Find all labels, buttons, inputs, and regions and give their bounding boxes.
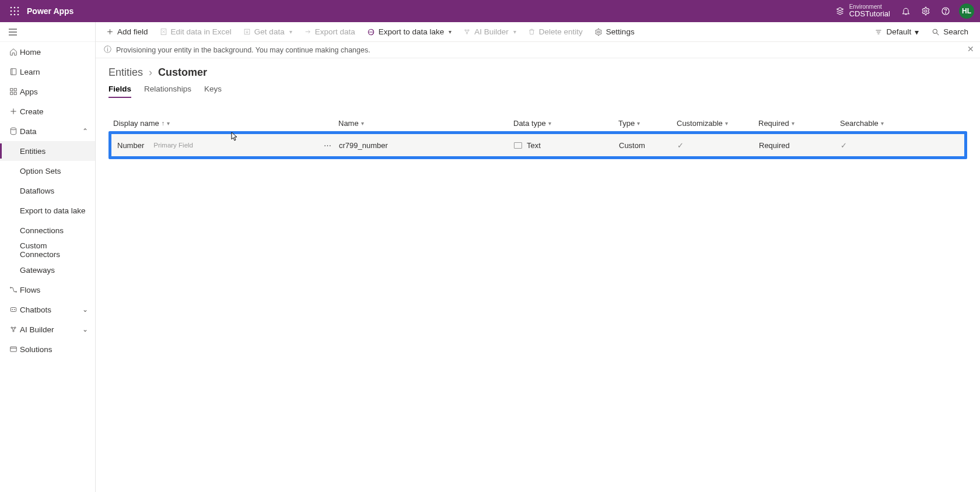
svg-point-41 [467,33,468,34]
cmd-export-lake[interactable]: Export to data lake ▾ [362,22,457,41]
search-label: Search [943,27,968,36]
cmd-add-field[interactable]: Add field [102,22,153,41]
nav-connections[interactable]: Connections [0,220,95,240]
chevron-down-icon: ▾ [361,120,364,126]
ai-icon [463,28,471,36]
breadcrumb-separator: › [149,66,152,79]
command-bar: Add field Edit data in Excel Get data ▾ … [96,22,980,42]
nav-collapse-icon[interactable] [0,22,95,42]
nav-solutions[interactable]: Solutions [0,339,95,359]
solutions-icon [7,345,20,353]
app-header: Power Apps Environment CDSTutorial HL [0,0,980,22]
row-name: cr799_number [339,141,388,150]
plus-icon [106,28,114,36]
cmd-label: AI Builder [474,27,509,36]
settings-icon[interactable] [916,0,936,22]
nav-apps[interactable]: Apps [0,82,95,101]
svg-rect-15 [10,69,16,75]
nav-gateways[interactable]: Gateways [0,260,95,280]
tab-fields[interactable]: Fields [108,85,131,98]
notifications-icon[interactable] [896,0,916,22]
book-icon [7,68,20,76]
chevron-down-icon: ▾ [881,120,884,126]
cmd-label: Get data [254,27,285,36]
help-icon[interactable] [936,0,956,22]
nav-home[interactable]: Home [0,42,95,62]
chevron-down-icon: ▾ [548,120,551,126]
svg-point-3 [10,10,12,12]
nav-entities[interactable]: Entities [0,141,95,161]
col-name[interactable]: Name ▾ [338,119,513,128]
col-display-name[interactable]: Display name ↑ ▾ [111,119,338,128]
close-icon[interactable]: ✕ [967,44,974,54]
app-launcher-icon[interactable] [6,6,23,16]
row-type: Custom [619,141,645,150]
nav-create[interactable]: Create [0,101,95,121]
environment-label: Environment [849,3,890,10]
nav-export-lake[interactable]: Export to data lake [0,201,95,220]
view-selector[interactable]: Default ▾ [870,27,923,37]
svg-point-11 [945,13,946,13]
info-icon: ⓘ [104,45,111,55]
check-icon: ✓ [841,141,847,150]
col-required[interactable]: Required ▾ [758,119,840,128]
search-button[interactable]: Search [926,27,974,36]
user-avatar[interactable]: HL [959,3,974,19]
info-bar: ⓘ Provisioning your entity in the backgr… [96,42,980,58]
excel-icon [160,28,167,36]
col-type[interactable]: Type ▾ [618,119,677,128]
cmd-label: Delete entity [539,27,583,36]
chevron-down-icon: ▾ [725,120,728,126]
primary-field-badge: Primary Field [153,142,193,149]
col-searchable[interactable]: Searchable ▾ [840,119,892,128]
chevron-down-icon: ▾ [637,120,640,126]
lake-icon [367,28,375,36]
breadcrumb: Entities › Customer [108,66,967,79]
tab-relationships[interactable]: Relationships [144,85,191,98]
tab-keys[interactable]: Keys [204,85,222,98]
svg-rect-18 [14,89,16,91]
info-message: Provisioning your entity in the backgrou… [116,46,370,54]
svg-point-4 [14,10,16,12]
cmd-settings[interactable]: Settings [590,22,639,41]
table-row[interactable]: Number Primary Field ⋯ cr799_number Text [111,134,964,156]
breadcrumb-parent[interactable]: Entities [108,66,143,79]
cmd-label: Export data [315,27,355,36]
chevron-down-icon: ▾ [915,27,919,37]
chevron-down-icon: ▾ [792,120,794,126]
row-required: Required [759,141,790,150]
svg-point-0 [10,7,12,9]
svg-point-40 [468,30,469,31]
left-nav: Home Learn Apps Create Data ⌃ Entities O… [0,22,96,492]
nav-label: Custom Connectors [20,241,88,259]
nav-option-sets[interactable]: Option Sets [0,161,95,181]
svg-rect-20 [14,92,16,94]
col-data-type[interactable]: Data type ▾ [513,119,618,128]
nav-label: Home [20,48,88,57]
nav-label: Flows [20,286,88,294]
cmd-get-data: Get data ▾ [239,22,297,41]
sort-asc-icon: ↑ [162,120,165,126]
nav-data[interactable]: Data ⌃ [0,121,95,141]
col-customizable[interactable]: Customizable ▾ [677,119,758,128]
nav-dataflows[interactable]: Dataflows [0,181,95,201]
environment-value: CDSTutorial [849,10,890,18]
svg-point-6 [10,14,12,16]
environment-selector[interactable]: Environment CDSTutorial [835,3,890,18]
row-more-icon[interactable]: ⋯ [324,141,332,150]
brand-label: Power Apps [27,6,74,16]
nav-learn[interactable]: Learn [0,62,95,82]
apps-icon [7,87,20,96]
nav-flows[interactable]: Flows [0,280,95,300]
gear-icon [594,28,603,36]
ai-icon [7,325,20,333]
svg-rect-17 [10,89,13,91]
nav-label: Dataflows [20,187,88,195]
nav-chatbots[interactable]: Chatbots ⌄ [0,300,95,319]
chevron-up-icon: ⌃ [82,127,88,135]
row-display-name: Number [117,141,144,150]
nav-ai-builder[interactable]: AI Builder ⌄ [0,319,95,339]
home-icon [7,48,20,56]
check-icon: ✓ [677,141,684,150]
nav-custom-connectors[interactable]: Custom Connectors [0,240,95,260]
